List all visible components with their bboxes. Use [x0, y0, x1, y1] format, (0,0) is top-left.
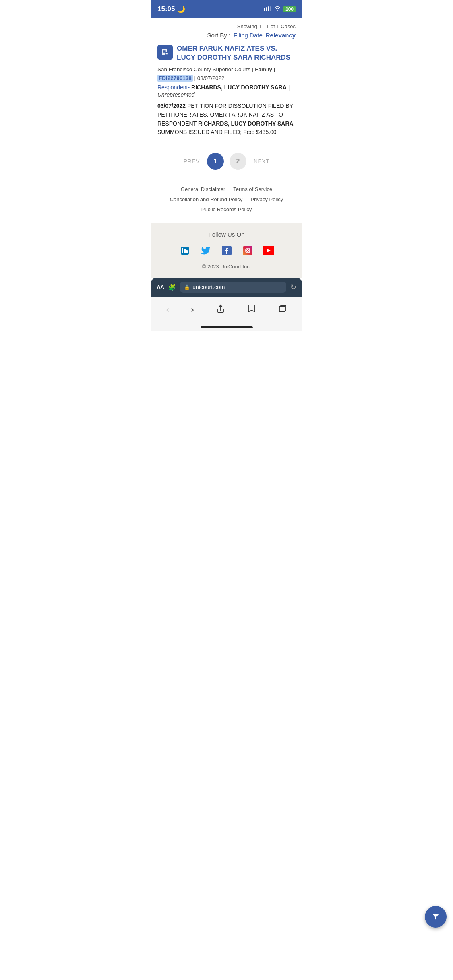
page-2-button[interactable]: 2: [230, 153, 246, 170]
public-records-link[interactable]: Public Records Policy: [201, 206, 252, 212]
desc-date: 03/07/2022: [157, 103, 186, 109]
desc-text2: SUMMONS ISSUED AND FILED; Fee: $435.00: [157, 129, 277, 135]
svg-rect-23: [279, 306, 285, 312]
linkedin-icon[interactable]: [178, 243, 192, 258]
url-text: unicourt.com: [192, 284, 225, 290]
case-title-link[interactable]: OMER FARUK NAFIZ ATES VS. LUCY DOROTHY S…: [177, 44, 296, 62]
social-section: Follow Us On: [151, 223, 302, 278]
divider-pipe-3: |: [194, 75, 197, 81]
case-document-icon: [157, 45, 173, 60]
browser-aa[interactable]: AA: [157, 284, 164, 290]
cancellation-policy-link[interactable]: Cancellation and Refund Policy: [170, 196, 243, 202]
footer-links: General Disclaimer Terms of Service Canc…: [151, 178, 302, 223]
home-bar: [201, 326, 253, 328]
svg-point-13: [182, 248, 183, 249]
home-indicator: [151, 324, 302, 331]
sort-filing-date[interactable]: Filing Date: [234, 32, 263, 39]
battery-indicator: 100: [283, 6, 296, 12]
status-time: 15:05 🌙: [157, 5, 185, 14]
desc-respondent-bold: RICHARDS, LUCY DOROTHY SARA: [198, 120, 294, 127]
main-content: Showing 1 - 1 of 1 Cases Sort By : Filin…: [151, 18, 302, 178]
lock-icon: 🔒: [184, 284, 190, 290]
court-name: San Francisco County Superior Courts: [157, 66, 250, 72]
follow-text: Follow Us On: [157, 231, 296, 238]
sort-relevancy[interactable]: Relevancy: [266, 32, 296, 39]
filing-date: 03/07/2022: [197, 75, 225, 81]
page-1-button[interactable]: 1: [207, 153, 224, 170]
browser-extension-icon[interactable]: 🧩: [168, 284, 176, 291]
case-description: 03/07/2022 PETITION FOR DISSOLUTION FILE…: [157, 102, 296, 137]
prev-button[interactable]: PREV: [182, 155, 201, 168]
time-display: 15:05: [157, 5, 175, 13]
showing-count: Showing 1 - 1 of 1 Cases: [157, 22, 296, 29]
case-division: Family: [255, 66, 272, 72]
forward-button[interactable]: ›: [188, 303, 197, 317]
svg-rect-1: [266, 7, 267, 11]
bottom-nav: ‹ ›: [151, 297, 302, 324]
respondent-name: RICHARDS, LUCY DOROTHY SARA: [191, 84, 287, 91]
next-button[interactable]: NEXT: [252, 155, 271, 168]
footer-row-3: Public Records Policy: [157, 206, 296, 212]
status-bar: 15:05 🌙 100: [151, 0, 302, 18]
pagination: PREV 1 2 NEXT: [157, 142, 296, 178]
respondent-label: Respondent-: [157, 84, 190, 91]
bookmarks-button[interactable]: [244, 302, 259, 317]
facebook-icon[interactable]: [219, 243, 234, 258]
divider-pipe-2: |: [274, 66, 275, 72]
share-button[interactable]: [213, 302, 228, 317]
svg-rect-3: [270, 6, 271, 11]
wifi-icon: [274, 6, 281, 13]
footer-row-1: General Disclaimer Terms of Service: [157, 186, 296, 192]
svg-rect-15: [243, 246, 252, 255]
svg-point-18: [249, 248, 250, 249]
case-title-row: OMER FARUK NAFIZ ATES VS. LUCY DOROTHY S…: [157, 44, 296, 62]
svg-rect-2: [268, 6, 269, 11]
svg-rect-0: [264, 8, 265, 11]
browser-bar: AA 🧩 🔒 unicourt.com ↻: [151, 278, 302, 297]
respondent-pipe: |: [288, 84, 290, 91]
privacy-policy-link[interactable]: Privacy Policy: [250, 196, 283, 202]
tabs-button[interactable]: [275, 303, 290, 317]
back-button[interactable]: ‹: [163, 303, 172, 317]
signal-dots-icon: [264, 6, 271, 13]
twitter-icon[interactable]: [199, 243, 213, 258]
reload-icon[interactable]: ↻: [290, 283, 296, 292]
browser-url-bar[interactable]: 🔒 unicourt.com: [180, 282, 286, 293]
sort-label: Sort By :: [207, 32, 231, 39]
respondent-row: Respondent- RICHARDS, LUCY DOROTHY SARA …: [157, 84, 296, 91]
case-card: OMER FARUK NAFIZ ATES VS. LUCY DOROTHY S…: [157, 44, 296, 142]
case-meta: San Francisco County Superior Courts | F…: [157, 65, 296, 82]
terms-of-service-link[interactable]: Terms of Service: [233, 186, 272, 192]
general-disclaimer-link[interactable]: General Disclaimer: [181, 186, 225, 192]
footer-row-2: Cancellation and Refund Policy Privacy P…: [157, 196, 296, 202]
copyright-text: © 2023 UniCourt Inc.: [157, 264, 296, 270]
youtube-icon[interactable]: [261, 243, 276, 258]
svg-rect-12: [182, 249, 183, 253]
instagram-icon[interactable]: [240, 243, 255, 258]
status-right: 100: [264, 6, 296, 13]
represented-status: Unrepresented: [157, 91, 296, 98]
social-icons: [157, 243, 296, 258]
moon-icon: 🌙: [177, 5, 185, 14]
sort-row: Sort By : Filing Date Relevancy: [157, 32, 296, 39]
case-number[interactable]: FDI22796138: [157, 75, 193, 82]
